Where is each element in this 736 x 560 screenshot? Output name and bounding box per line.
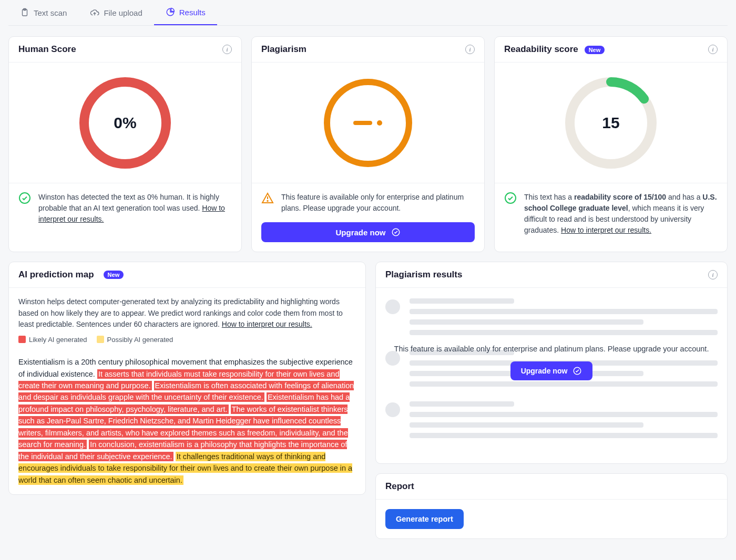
human-score-card: Human Score i 0% Winston has detected th… — [8, 36, 242, 252]
card-title: Plagiarism results — [385, 269, 462, 280]
skeleton-placeholder — [385, 401, 718, 438]
info-icon[interactable]: i — [708, 270, 718, 279]
readability-ring: 15 — [564, 76, 658, 170]
ai-highlighted-text: Existentialism is a 20th century philoso… — [18, 356, 356, 486]
plagiarism-results-overlay-text: This feature is available only for enter… — [394, 345, 709, 353]
tab-file-upload[interactable]: File upload — [78, 0, 154, 25]
legend-swatch-yellow — [97, 336, 104, 343]
svg-point-3 — [19, 193, 30, 203]
check-circle-icon — [391, 227, 401, 237]
check-circle-icon — [573, 366, 582, 376]
tab-label: Results — [179, 8, 206, 17]
ai-prediction-map-card: AI prediction map New Winston helps dete… — [8, 262, 366, 495]
info-icon[interactable]: i — [708, 45, 718, 54]
generate-report-button[interactable]: Generate report — [385, 509, 464, 529]
pie-chart-icon — [166, 7, 175, 17]
plagiarism-card: Plagiarism i This feat — [251, 36, 485, 252]
plagiarism-ring — [321, 76, 415, 170]
tab-results[interactable]: Results — [154, 0, 217, 25]
info-icon[interactable]: i — [222, 45, 232, 54]
human-score-ring: 0% — [78, 76, 172, 170]
svg-point-8 — [267, 201, 268, 202]
plagiarism-footer-text: This feature is available only for enter… — [281, 192, 475, 214]
skeleton-placeholder — [385, 298, 718, 335]
interpret-link[interactable]: How to interpret our results. — [222, 320, 312, 328]
upgrade-button[interactable]: Upgrade now — [510, 361, 593, 380]
upgrade-button[interactable]: Upgrade now — [261, 222, 475, 242]
svg-rect-5 — [353, 121, 372, 125]
check-circle-icon — [504, 192, 517, 204]
tab-label: File upload — [104, 8, 142, 17]
card-title: Human Score — [18, 44, 76, 55]
legend-swatch-red — [18, 336, 26, 343]
clipboard-icon — [20, 8, 29, 17]
text-plain — [152, 381, 154, 390]
new-badge: New — [104, 271, 124, 279]
plagiarism-results-card: Plagiarism results i — [375, 262, 728, 464]
svg-point-12 — [505, 193, 516, 203]
tab-label: Text scan — [34, 8, 67, 17]
card-title: Readability score — [504, 44, 578, 54]
tabs-bar: Text scan File upload Results — [8, 0, 728, 26]
card-title: Report — [385, 481, 414, 492]
interpret-link[interactable]: How to interpret our results. — [561, 226, 651, 234]
upload-cloud-icon — [90, 8, 99, 17]
human-score-value: 0% — [78, 76, 172, 170]
human-score-footer-text: Winston has detected the text as 0% huma… — [38, 192, 232, 225]
exclamation-icon — [321, 76, 415, 170]
warning-icon — [261, 192, 274, 204]
readability-card: Readability score New i 15 — [494, 36, 728, 252]
info-icon[interactable]: i — [465, 45, 475, 54]
ai-map-legend: Likely AI generated Possibly AI generate… — [18, 336, 356, 344]
new-badge: New — [585, 46, 605, 54]
report-card: Report Generate report — [375, 473, 728, 539]
tab-text-scan[interactable]: Text scan — [8, 0, 78, 25]
ai-map-description: Winston helps detect computer-generated … — [18, 296, 356, 330]
check-circle-icon — [18, 192, 31, 204]
readability-value: 15 — [564, 76, 658, 170]
readability-footer-text: This text has a readability score of 15/… — [524, 192, 718, 236]
card-title: AI prediction map — [18, 269, 94, 280]
svg-point-6 — [377, 120, 382, 126]
card-title: Plagiarism — [261, 44, 306, 55]
